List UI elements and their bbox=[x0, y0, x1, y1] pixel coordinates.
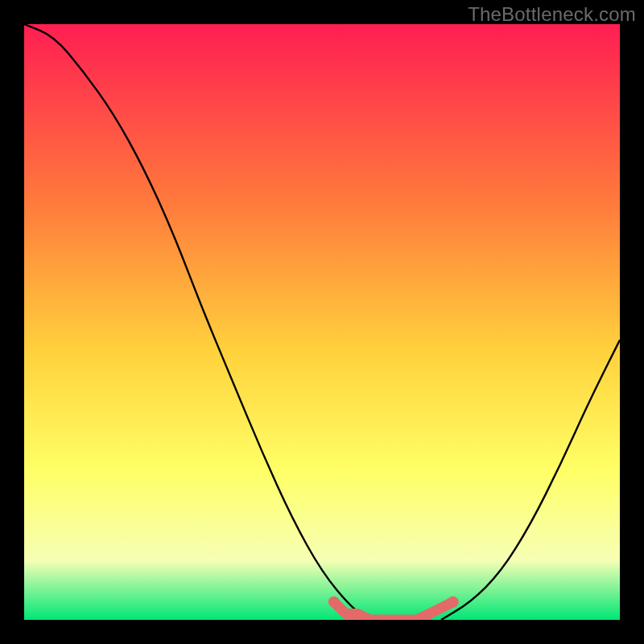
valley-end-dot bbox=[328, 597, 340, 608]
watermark-text: TheBottleneck.com bbox=[468, 3, 636, 26]
valley-end-dot bbox=[448, 597, 459, 608]
plot-area bbox=[24, 24, 620, 620]
chart-frame: TheBottleneck.com bbox=[0, 0, 644, 644]
chart-svg bbox=[24, 24, 620, 620]
